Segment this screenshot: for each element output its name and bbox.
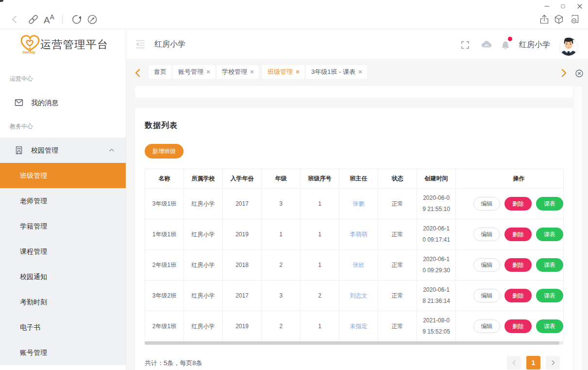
svg-text:InnChip: InnChip xyxy=(23,51,35,54)
svg-text:A: A xyxy=(44,15,50,25)
svg-text:A: A xyxy=(50,13,55,21)
